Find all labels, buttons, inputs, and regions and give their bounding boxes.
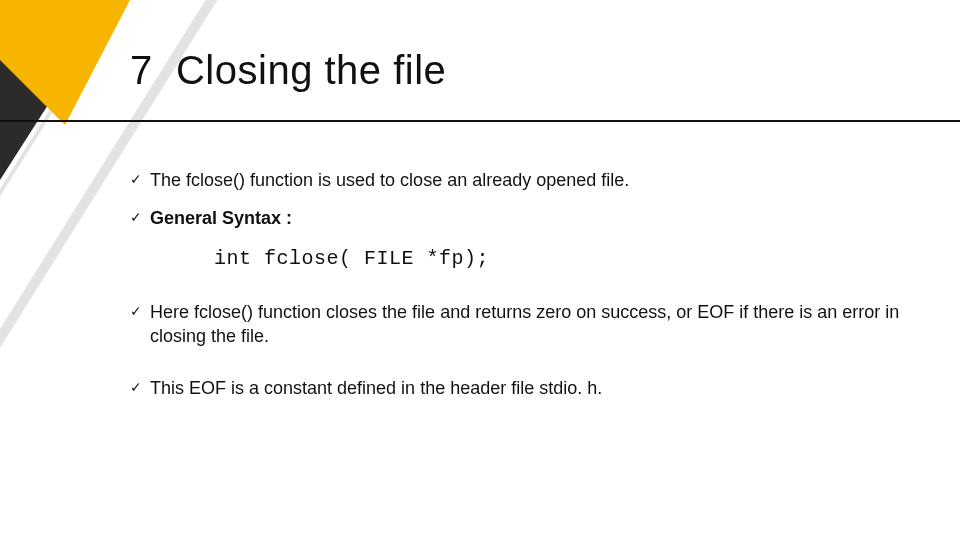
bullet-item: ✓ Here fclose() function closes the file… xyxy=(130,300,900,349)
check-icon: ✓ xyxy=(130,302,142,321)
bullet-item: ✓ This EOF is a constant defined in the … xyxy=(130,376,900,400)
slide: 7. Closing the file ✓ The fclose() funct… xyxy=(0,0,960,540)
bullet-text: The fclose() function is used to close a… xyxy=(150,170,629,190)
slide-body: ✓ The fclose() function is used to close… xyxy=(130,168,900,414)
bullet-text: This EOF is a constant defined in the he… xyxy=(150,378,602,398)
check-icon: ✓ xyxy=(130,170,142,189)
slide-title: 7. Closing the file xyxy=(130,48,446,93)
bullet-item: ✓ The fclose() function is used to close… xyxy=(130,168,900,192)
bullet-text: General Syntax : xyxy=(150,208,292,228)
code-snippet: int fclose( FILE *fp); xyxy=(214,245,900,272)
bullet-item: ✓ General Syntax : xyxy=(130,206,900,230)
check-icon: ✓ xyxy=(130,378,142,397)
check-icon: ✓ xyxy=(130,208,142,227)
title-underline xyxy=(0,120,960,122)
bullet-text: Here fclose() function closes the file a… xyxy=(150,302,899,346)
